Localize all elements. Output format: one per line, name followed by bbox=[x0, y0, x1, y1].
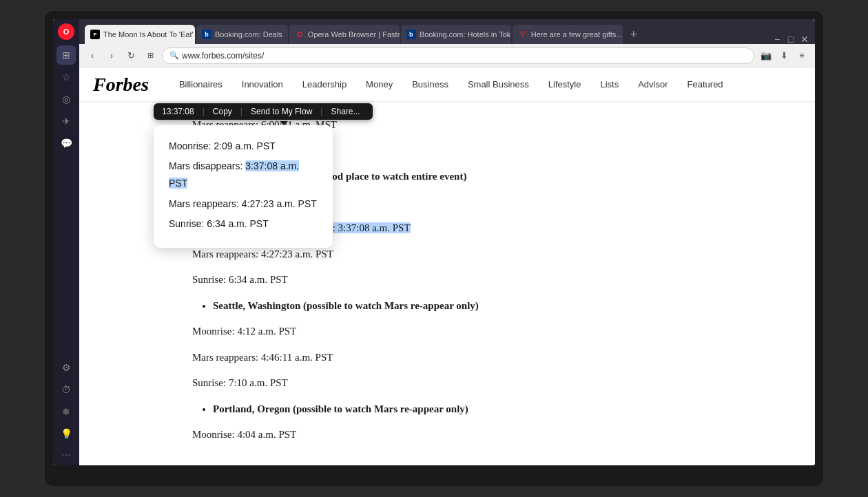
city3-moonrise: Moonrise: 4:04 a.m. PST bbox=[192, 426, 702, 444]
tooltip-copy-btn[interactable]: Copy bbox=[207, 107, 238, 116]
nav-billionaires[interactable]: Billionaires bbox=[169, 67, 232, 102]
camera-icon[interactable]: 📷 bbox=[758, 48, 774, 63]
city3-heading: Portland, Oregon (possible to watch Mars… bbox=[213, 403, 468, 414]
sidebar-icon-crypto[interactable]: ❄ bbox=[56, 402, 76, 421]
page-content: Forbes Billionaires Innovation Leadershi… bbox=[79, 67, 815, 465]
selection-popup: 13:37:08 | Copy | Send to My Flow | Shar… bbox=[154, 103, 373, 248]
nav-advisor[interactable]: Advisor bbox=[628, 67, 677, 102]
tooltip-send-btn[interactable]: Send to My Flow bbox=[245, 107, 318, 116]
nav-lists[interactable]: Lists bbox=[590, 67, 628, 102]
menu-icon[interactable]: ≡ bbox=[794, 48, 809, 63]
card-mars-disappears: Mars disappears: 3:37:08 a.m. PST bbox=[169, 158, 318, 192]
sidebar-icon-whatsapp[interactable]: 💬 bbox=[56, 134, 76, 153]
home-button[interactable]: ⊞ bbox=[143, 48, 158, 63]
tooltip-arrow bbox=[280, 121, 288, 125]
nav-small-business[interactable]: Small Business bbox=[458, 67, 539, 102]
sidebar-icon-messenger[interactable]: ✈ bbox=[56, 112, 76, 131]
refresh-button[interactable]: ↻ bbox=[123, 48, 138, 63]
sidebar-icon-tips[interactable]: 💡 bbox=[56, 424, 76, 443]
window-controls: − □ ✕ bbox=[772, 34, 809, 44]
opera-sidebar: O ⊞ ☆ ◎ ✈ 💬 ⚙ ⏱ ❄ 💡 ··· bbox=[53, 19, 79, 465]
forbes-header: Forbes Billionaires Innovation Leadershi… bbox=[79, 67, 815, 103]
tooltip-time: 13:37:08 bbox=[161, 107, 200, 116]
nav-innovation[interactable]: Innovation bbox=[232, 67, 293, 102]
nav-business[interactable]: Business bbox=[402, 67, 458, 102]
url-text: www.forbes.com/sites/ bbox=[182, 51, 264, 61]
card-moonrise: Moonrise: 2:09 a.m. PST bbox=[169, 138, 318, 155]
browser-main: F The Moon Is About To 'Eat' M... b Book… bbox=[79, 19, 815, 465]
tab-opera[interactable]: O Opera Web Browser | Faste... bbox=[289, 25, 400, 44]
nav-money[interactable]: Money bbox=[356, 67, 402, 102]
tooltip-bar: 13:37:08 | Copy | Send to My Flow | Shar… bbox=[154, 103, 373, 120]
card-popup: Moonrise: 2:09 a.m. PST Mars disappears:… bbox=[154, 125, 333, 248]
tab-favicon-opera: O bbox=[295, 30, 304, 39]
tab-label-booking1: Booking.com: Deals bbox=[215, 30, 282, 39]
city2-moonrise: Moonrise: 4:12 a.m. PST bbox=[192, 323, 702, 341]
sidebar-icon-bookmarks[interactable]: ☆ bbox=[56, 67, 76, 87]
city2-sunrise: Sunrise: 7:10 a.m. PST bbox=[192, 374, 702, 392]
restore-button[interactable]: □ bbox=[786, 34, 796, 44]
sidebar-icon-settings[interactable]: ⚙ bbox=[56, 358, 76, 377]
tab-vpn[interactable]: V Here are a few great gifts... bbox=[513, 25, 623, 44]
sidebar-icon-history[interactable]: ◎ bbox=[56, 89, 76, 109]
tab-favicon-booking2: b bbox=[406, 30, 416, 39]
nav-lifestyle[interactable]: Lifestyle bbox=[539, 67, 591, 102]
forward-button[interactable]: › bbox=[104, 48, 119, 63]
sidebar-icon-home[interactable]: ⊞ bbox=[56, 45, 76, 65]
url-input[interactable]: 🔍 www.forbes.com/sites/ bbox=[162, 47, 754, 64]
address-bar: ‹ › ↻ ⊞ 🔍 www.forbes.com/sites/ 📷 ⬇ ≡ bbox=[79, 44, 815, 67]
tab-label-opera: Opera Web Browser | Faste... bbox=[308, 30, 400, 39]
sidebar-icon-flow[interactable]: ⏱ bbox=[56, 380, 76, 399]
nav-leadership[interactable]: Leadership bbox=[293, 67, 356, 102]
address-actions: 📷 ⬇ ≡ bbox=[758, 48, 809, 63]
tab-label-forbes: The Moon Is About To 'Eat' M... bbox=[103, 30, 195, 39]
tab-booking1[interactable]: b Booking.com: Deals bbox=[196, 25, 288, 44]
tab-favicon-booking1: b bbox=[202, 30, 211, 39]
opera-logo[interactable]: O bbox=[58, 23, 74, 40]
close-button[interactable]: ✕ bbox=[800, 34, 809, 44]
city2-heading: Seattle, Washington (possible to watch M… bbox=[213, 300, 479, 311]
card-sunrise: Sunrise: 6:34 a.m. PST bbox=[169, 215, 318, 233]
tab-forbes[interactable]: F The Moon Is About To 'Eat' M... bbox=[85, 25, 195, 44]
download-icon[interactable]: ⬇ bbox=[776, 48, 792, 63]
tab-booking2[interactable]: b Booking.com: Hotels in Tok... bbox=[401, 25, 511, 44]
tab-bar: F The Moon Is About To 'Eat' M... b Book… bbox=[79, 19, 815, 44]
forbes-nav: Billionaires Innovation Leadership Money… bbox=[169, 67, 733, 102]
forbes-logo: Forbes bbox=[93, 74, 149, 96]
tab-favicon-forbes: F bbox=[90, 30, 100, 39]
tooltip-share-btn[interactable]: Share... bbox=[325, 107, 365, 116]
sidebar-more[interactable]: ··· bbox=[61, 449, 70, 461]
city2-mars-reappears: Mars reappears: 4:46:11 a.m. PST bbox=[192, 349, 702, 367]
back-button[interactable]: ‹ bbox=[85, 48, 100, 63]
new-tab-button[interactable]: + bbox=[624, 25, 643, 44]
tab-label-vpn: Here are a few great gifts... bbox=[531, 30, 623, 39]
city1-mars-reappears: Mars reappears: 4:27:23 a.m. PST bbox=[192, 246, 702, 264]
minimize-button[interactable]: − bbox=[772, 34, 782, 44]
tab-favicon-vpn: V bbox=[518, 30, 528, 39]
nav-featured[interactable]: Featured bbox=[678, 67, 733, 102]
city1-sunrise: Sunrise: 6:34 a.m. PST bbox=[192, 271, 702, 289]
tab-label-booking2: Booking.com: Hotels in Tok... bbox=[420, 30, 511, 39]
forbes-logo-bar: Forbes Billionaires Innovation Leadershi… bbox=[79, 67, 815, 102]
card-mars-reappears: Mars reappears: 4:27:23 a.m. PST bbox=[169, 195, 318, 213]
